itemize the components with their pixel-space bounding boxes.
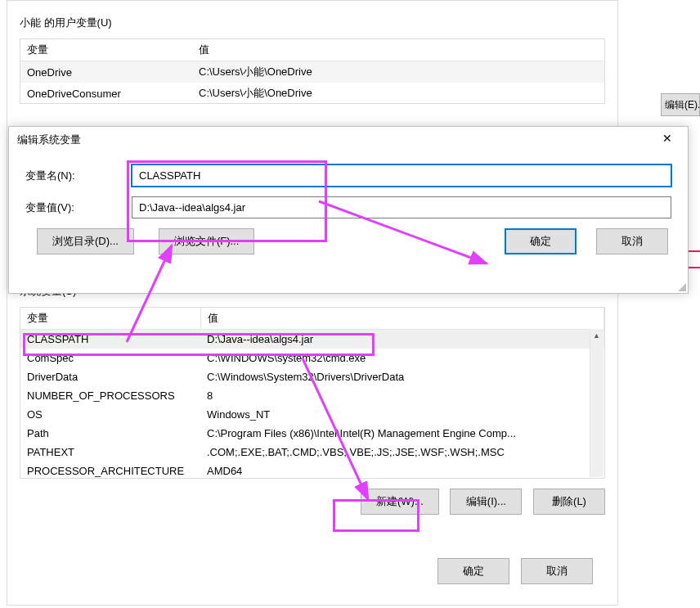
col-header-variable[interactable]: 变量 (20, 308, 200, 330)
cancel-button[interactable]: 取消 (521, 558, 593, 584)
table-row[interactable]: Path C:\Program Files (x86)\Intel\Intel(… (20, 424, 604, 443)
table-row[interactable]: PATHEXT .COM;.EXE;.BAT;.CMD;.VBS;.VBE;.J… (20, 443, 604, 462)
table-row[interactable]: DriverData C:\Windows\System32\Drivers\D… (20, 367, 604, 386)
var-value-label: 变量值(V): (25, 200, 132, 215)
user-vars-table[interactable]: 变量 值 OneDrive C:\Users\小能\OneDrive OneDr… (20, 38, 605, 104)
table-row[interactable]: CLASSPATH D:\Java--idea\algs4.jar (20, 330, 604, 349)
new-sys-var-button[interactable]: 新建(W)... (361, 489, 439, 515)
close-icon: ✕ (662, 132, 672, 145)
vertical-scrollbar[interactable]: ▲ (590, 329, 604, 477)
user-vars-title: 小能 的用户变量(U) (20, 16, 605, 30)
col-header-value[interactable]: 值 (192, 39, 604, 61)
var-value-input[interactable] (132, 196, 671, 218)
dialog-cancel-button[interactable]: 取消 (596, 228, 668, 254)
table-row[interactable]: ComSpec C:\WINDOWS\system32\cmd.exe (20, 349, 604, 367)
browse-directory-button[interactable]: 浏览目录(D)... (37, 228, 134, 254)
ok-button[interactable]: 确定 (438, 558, 509, 584)
resize-grip-icon[interactable] (676, 281, 686, 291)
edit-system-variable-dialog: 编辑系统变量 ✕ 变量名(N): 变量值(V): 浏览目录(D)... 浏览文件… (8, 126, 689, 294)
browse-file-button[interactable]: 浏览文件(F)... (159, 228, 254, 254)
table-row[interactable]: OS Windows_NT (20, 405, 604, 424)
col-header-variable[interactable]: 变量 (20, 39, 192, 61)
table-row[interactable]: OneDriveConsumer C:\Users\小能\OneDrive (20, 83, 604, 104)
dialog-ok-button[interactable]: 确定 (505, 228, 577, 254)
var-name-label: 变量名(N): (25, 169, 132, 183)
var-name-input[interactable] (132, 164, 671, 187)
dialog-title: 编辑系统变量 (17, 133, 81, 147)
col-header-value[interactable]: 值 (200, 308, 604, 330)
table-row[interactable]: NUMBER_OF_PROCESSORS 8 (20, 386, 604, 405)
edit-sys-var-button[interactable]: 编辑(I)... (450, 489, 522, 515)
close-button[interactable]: ✕ (655, 132, 680, 148)
table-row[interactable]: OneDrive C:\Users\小能\OneDrive (20, 61, 604, 83)
sys-vars-table[interactable]: 变量 值 CLASSPATH D:\Java--idea\algs4.jar C… (20, 307, 605, 479)
delete-sys-var-button[interactable]: 删除(L) (533, 489, 605, 515)
scroll-up-icon[interactable]: ▲ (590, 329, 603, 343)
env-vars-window: 小能 的用户变量(U) 变量 值 OneDrive C:\Users\小能\On… (7, 0, 618, 606)
edit-user-var-button-partial[interactable]: 编辑(E)... (661, 93, 700, 116)
table-row[interactable]: PROCESSOR_ARCHITECTURE AMD64 (20, 462, 604, 479)
